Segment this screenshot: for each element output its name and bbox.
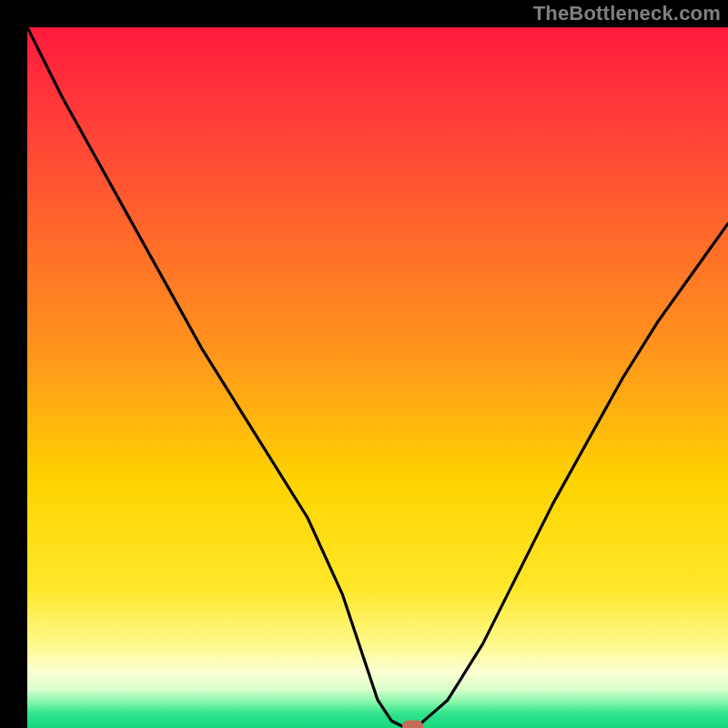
watermark-text: TheBottleneck.com (533, 2, 721, 25)
plot-area (27, 27, 728, 728)
bottleneck-curve-chart (27, 27, 728, 728)
optimal-marker (402, 721, 423, 729)
bottleneck-chart-page: TheBottleneck.com (0, 0, 728, 728)
